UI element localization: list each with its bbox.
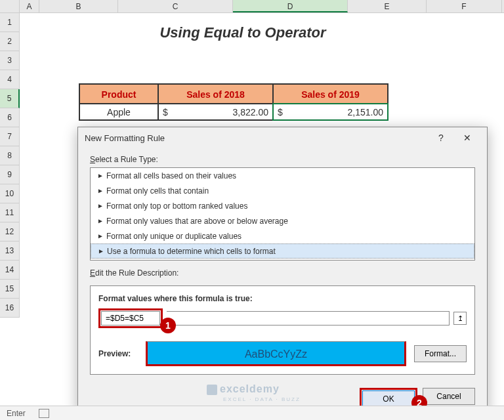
- rule-type-item-selected[interactable]: ►Use a formula to determine which cells …: [91, 243, 474, 259]
- watermark-sub: EXCEL · DATA · BUZZ: [223, 396, 301, 402]
- sheet-title: Using Equal to Operator: [79, 24, 407, 41]
- formula-input-extent[interactable]: [167, 311, 450, 326]
- header-sales2019: Sales of 2019: [273, 84, 388, 104]
- row-header-9[interactable]: 9: [0, 165, 20, 184]
- help-button[interactable]: ?: [428, 129, 454, 147]
- format-button[interactable]: Format...: [414, 345, 467, 362]
- header-sales2018: Sales of 2018: [158, 84, 273, 104]
- row-header-7[interactable]: 7: [0, 127, 20, 146]
- rule-type-item[interactable]: ►Format all cells based on their values: [91, 168, 474, 183]
- header-product: Product: [79, 84, 158, 104]
- cell-sales2018[interactable]: $3,822.00: [158, 104, 273, 120]
- currency-symbol: $: [163, 107, 168, 117]
- watermark-brand: exceldemy: [207, 383, 280, 395]
- cancel-button[interactable]: Cancel: [423, 388, 475, 405]
- new-formatting-rule-dialog: New Formatting Rule ? ✕ Select a Rule Ty…: [77, 127, 488, 415]
- cell-sales2019[interactable]: $2,151.00: [273, 104, 388, 120]
- row-header-13[interactable]: 13: [0, 242, 20, 261]
- rule-type-list[interactable]: ►Format all cells based on their values …: [90, 167, 475, 261]
- row-headers: 1 2 3 4 5 6 7 8 9 10 11 12 13 14 15 16: [0, 13, 20, 318]
- row-header-15[interactable]: 15: [0, 280, 20, 299]
- col-header-b[interactable]: B: [39, 0, 118, 12]
- rule-label: Use a formula to determine which cells t…: [107, 247, 276, 256]
- arrow-icon: ►: [97, 217, 106, 224]
- edit-description-label: Edit the Rule Description:: [90, 268, 475, 278]
- row-header-8[interactable]: 8: [0, 146, 20, 165]
- macro-record-icon[interactable]: [39, 409, 49, 418]
- rule-label: Format only values that are above or bel…: [106, 217, 288, 226]
- rule-label: Format only unique or duplicate values: [106, 232, 242, 241]
- preview-sample: AaBbCcYyZz: [146, 341, 406, 366]
- col-header-e[interactable]: E: [348, 0, 427, 12]
- formula-label: Format values where this formula is true…: [98, 294, 467, 303]
- cell-product[interactable]: Apple: [79, 104, 158, 120]
- arrow-icon: ►: [97, 232, 106, 240]
- col-header-c[interactable]: C: [118, 0, 233, 12]
- row-header-2[interactable]: 2: [0, 32, 20, 51]
- cell-value: 2,151.00: [348, 104, 384, 121]
- cell-value: 3,822.00: [233, 104, 269, 121]
- arrow-icon: ►: [97, 172, 106, 179]
- row-header-6[interactable]: 6: [0, 108, 20, 127]
- dialog-titlebar[interactable]: New Formatting Rule ? ✕: [78, 127, 487, 148]
- row-header-14[interactable]: 14: [0, 261, 20, 280]
- row-header-3[interactable]: 3: [0, 51, 20, 70]
- data-table: Product Sales of 2018 Sales of 2019 Appl…: [79, 83, 388, 121]
- rule-type-item[interactable]: ►Format only unique or duplicate values: [91, 228, 474, 243]
- arrow-icon: ►: [97, 202, 106, 209]
- col-header-f[interactable]: F: [427, 0, 502, 12]
- rule-description-box: Format values where this formula is true…: [90, 285, 475, 375]
- collapse-dialog-icon[interactable]: ↥: [453, 312, 467, 325]
- formula-input[interactable]: [101, 311, 160, 326]
- formula-highlight: [98, 308, 163, 328]
- row-header-11[interactable]: 11: [0, 203, 20, 222]
- close-button[interactable]: ✕: [454, 129, 480, 147]
- col-header-a[interactable]: A: [20, 0, 39, 12]
- select-all-corner[interactable]: [0, 0, 20, 12]
- column-headers: A B C D E F: [0, 0, 504, 13]
- rule-label: Format only cells that contain: [106, 186, 209, 196]
- arrow-icon: ►: [98, 247, 107, 255]
- row-header-4[interactable]: 4: [0, 70, 20, 89]
- row-header-5[interactable]: 5: [0, 89, 20, 108]
- callout-1: 1: [160, 318, 176, 333]
- currency-symbol: $: [278, 107, 283, 117]
- row-header-12[interactable]: 12: [0, 222, 20, 242]
- rule-label: Format all cells based on their values: [106, 171, 236, 180]
- mode-indicator: Enter: [7, 409, 26, 418]
- rule-label: Format only top or bottom ranked values: [106, 201, 247, 211]
- row-header-10[interactable]: 10: [0, 184, 20, 203]
- select-rule-type-label: Select a Rule Type:: [90, 155, 475, 164]
- watermark-icon: [207, 385, 217, 395]
- preview-label: Preview:: [98, 349, 138, 358]
- arrow-icon: ►: [97, 187, 106, 194]
- col-header-d[interactable]: D: [233, 0, 348, 12]
- rule-type-item[interactable]: ►Format only cells that contain: [91, 183, 474, 198]
- status-bar: Enter: [0, 406, 504, 420]
- dialog-title: New Formatting Rule: [85, 133, 428, 143]
- row-header-1[interactable]: 1: [0, 13, 20, 32]
- row-header-16[interactable]: 16: [0, 299, 20, 318]
- rule-type-item[interactable]: ►Format only values that are above or be…: [91, 213, 474, 228]
- rule-type-item[interactable]: ►Format only top or bottom ranked values: [91, 198, 474, 213]
